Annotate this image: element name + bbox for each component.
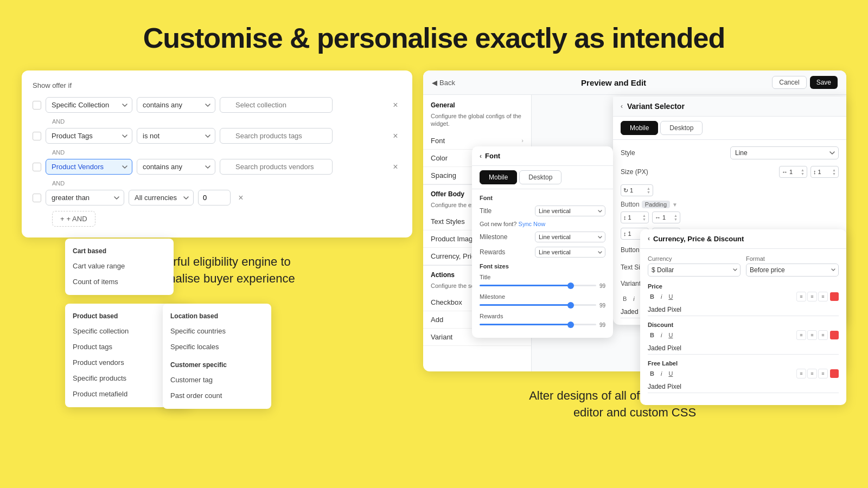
font-desktop-tab[interactable]: Desktop [519, 170, 561, 184]
remove-btn-2[interactable]: × [390, 130, 401, 142]
variant-desktop-tab[interactable]: Desktop [660, 121, 703, 135]
price-editor-row: Price B i U ≡ ≡ ≡ Jaded Pixel [648, 283, 839, 316]
variant-back-icon[interactable]: ‹ [621, 102, 623, 110]
pad-top-arrows[interactable]: ▲▼ [642, 214, 646, 221]
discount-editor-row: Discount B i U ≡ ≡ ≡ Jaded Pixel [648, 322, 839, 355]
location-item-1[interactable]: Specific countries [163, 323, 271, 339]
free-color-btn[interactable] [830, 369, 839, 378]
remove-btn-4[interactable]: × [235, 192, 247, 204]
font-back-icon[interactable]: ‹ [480, 152, 482, 160]
operator-select-1[interactable]: contains any [137, 97, 215, 113]
checkbox-1[interactable] [33, 101, 41, 110]
discount-text-value: Jaded Pixel [648, 342, 839, 355]
location-dropdown: Location based Specific countries Specif… [163, 304, 271, 409]
free-underline-btn[interactable]: U [666, 369, 675, 378]
size-input-r: ↻ 1 ▲▼ [621, 184, 839, 196]
font-milestone-select[interactable]: Line vertical [535, 232, 605, 242]
discount-underline-btn[interactable]: U [666, 331, 675, 339]
price-align-right[interactable]: ≡ [818, 292, 828, 301]
font-slider-title[interactable] [480, 285, 596, 286]
checkbox-3[interactable] [33, 163, 41, 171]
price-align-center[interactable]: ≡ [807, 292, 817, 301]
location-item-2[interactable]: Specific locales [163, 339, 271, 355]
variant-mobile-tab[interactable]: Mobile [621, 121, 658, 135]
padding-badge[interactable]: Padding [642, 201, 670, 208]
format-select[interactable]: Before price [746, 264, 839, 277]
checkbox-4[interactable] [33, 194, 41, 202]
cart-item-1[interactable]: Cart value range [65, 258, 174, 274]
free-align-right[interactable]: ≡ [818, 369, 828, 378]
size-h-arrows[interactable]: ▲▼ [832, 168, 836, 176]
size-w-arrows[interactable]: ▲▼ [801, 168, 805, 176]
currency-select[interactable]: $ Dollar [648, 264, 741, 277]
type-select-1[interactable]: Specific Collection [46, 97, 132, 113]
sidebar-add-label: Add [431, 316, 443, 324]
checkbox-2[interactable] [33, 132, 41, 140]
font-title-select[interactable]: Line vertical [535, 206, 605, 216]
font-panel-title: Font [485, 152, 500, 160]
font-mobile-tab[interactable]: Mobile [480, 170, 517, 184]
size-input-h: ↕ 1 ▲▼ [810, 166, 839, 178]
remove-btn-1[interactable]: × [390, 99, 401, 111]
size-inputs: ↔ 1 ▲▼ ↕ 1 ▲▼ [779, 166, 839, 178]
font-size-milestone-label: Milestone [480, 293, 605, 300]
operator-select-4[interactable]: greater than [46, 190, 124, 206]
sidebar-spacing-label: Spacing [431, 171, 456, 179]
discount-label: Discount [648, 322, 839, 328]
remove-btn-3[interactable]: × [390, 161, 401, 173]
price-underline-btn[interactable]: U [666, 292, 675, 301]
condition-panel: Show offer if Specific Collection contai… [22, 70, 412, 237]
save-button[interactable]: Save [810, 76, 838, 89]
price-align-group: ≡ ≡ ≡ [796, 292, 828, 301]
free-align-center[interactable]: ≡ [807, 369, 817, 378]
search-input-2[interactable] [220, 128, 333, 144]
search-input-1[interactable] [220, 97, 333, 113]
free-italic-btn[interactable]: i [659, 369, 664, 378]
customer-item-2[interactable]: Past order count [163, 388, 271, 403]
font-slider-rewards[interactable] [480, 324, 596, 325]
price-label: Price [648, 283, 839, 290]
currency-panel-title: Currency, Price & Discount [653, 235, 744, 243]
operator-select-2[interactable]: is not [137, 128, 215, 144]
discount-color-btn[interactable] [830, 331, 839, 339]
discount-align-left[interactable]: ≡ [796, 330, 806, 340]
sidebar-variant-label: Variant [431, 333, 452, 341]
cancel-button[interactable]: Cancel [772, 76, 806, 89]
chevron-icon: › [521, 137, 524, 144]
discount-align-right[interactable]: ≡ [818, 330, 828, 340]
back-link[interactable]: ◀ Back [432, 79, 455, 87]
price-bold-btn[interactable]: B [648, 292, 656, 301]
size-r-arrows[interactable]: ▲▼ [647, 187, 650, 194]
font-sizes-title: Font sizes [480, 263, 605, 269]
discount-align-center[interactable]: ≡ [807, 330, 817, 340]
currency-select-4[interactable]: All currencies [129, 190, 194, 206]
price-italic-btn[interactable]: i [659, 292, 664, 301]
font-rewards-select[interactable]: Line vertical [535, 247, 605, 258]
left-column: Show offer if Specific Collection contai… [22, 70, 412, 421]
cart-item-2[interactable]: Count of items [65, 274, 174, 290]
panel-title: Show offer if [33, 81, 401, 89]
style-select[interactable]: Line [730, 146, 839, 159]
free-bold-btn[interactable]: B [648, 369, 656, 378]
price-align-left[interactable]: ≡ [796, 292, 806, 301]
price-color-btn[interactable] [830, 292, 839, 301]
sidebar-general-section: General Configure the global configs of … [423, 95, 531, 128]
italic-btn[interactable]: i [631, 294, 636, 303]
customer-item-1[interactable]: Customer tag [163, 372, 271, 388]
currency-back-icon[interactable]: ‹ [648, 235, 650, 242]
search-input-3[interactable] [220, 159, 333, 175]
add-and-button[interactable]: + + AND [52, 211, 95, 227]
type-select-3[interactable]: Product Vendors [46, 159, 132, 175]
discount-italic-btn[interactable]: i [659, 331, 664, 339]
type-select-2[interactable]: Product Tags [46, 128, 132, 144]
style-label: Style [621, 149, 635, 157]
free-align-left[interactable]: ≡ [796, 369, 806, 378]
discount-bold-btn[interactable]: B [648, 331, 656, 339]
value-input-4[interactable] [198, 190, 231, 206]
search-wrapper-3: ⌕ [220, 159, 385, 175]
pad-right-arrows[interactable]: ▲▼ [674, 214, 678, 221]
bold-btn[interactable]: B [621, 294, 629, 303]
operator-select-3[interactable]: contains any [137, 159, 215, 175]
font-slider-milestone[interactable] [480, 304, 596, 306]
sync-now-link[interactable]: Sync Now [519, 221, 546, 227]
